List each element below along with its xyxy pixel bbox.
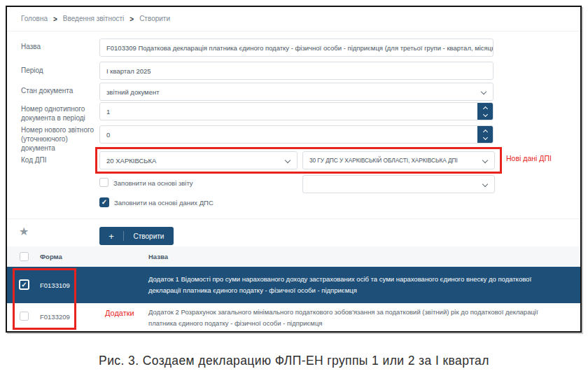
annotation-attachments-note: Додатки — [105, 309, 134, 317]
annotation-box-dpi — [95, 147, 502, 174]
chevron-down-icon[interactable] — [482, 111, 487, 116]
plus-icon: + — [99, 231, 123, 242]
period-field-label: Період — [21, 66, 94, 75]
figure: Головна > Введення звітності > Створити … — [0, 0, 588, 383]
column-header-form: Форма — [40, 253, 62, 260]
document-state-select[interactable]: звітний документ — [99, 83, 493, 101]
table-header: Форма Назва — [7, 246, 580, 267]
chevron-up-icon[interactable] — [482, 129, 487, 134]
new-report-number-value: 0 — [106, 131, 110, 139]
table-row[interactable]: F0133209 Додаток 2 Розрахунок загального… — [7, 303, 580, 331]
form-name: Додаток 1 Відомості про суми нарахованог… — [148, 274, 566, 296]
chevron-right-icon: > — [130, 14, 134, 23]
document-state-value: звітний документ — [106, 88, 160, 96]
breadcrumb: Головна > Введення звітності > Створити — [21, 15, 170, 22]
name-field[interactable]: F0103309 Податкова декларація платника є… — [99, 39, 493, 57]
same-type-number-value: 1 — [106, 108, 110, 116]
select-all-checkbox[interactable] — [20, 252, 29, 261]
app-screenshot-frame: Головна > Введення звітності > Створити … — [6, 6, 582, 333]
fill-from-report-checkbox[interactable] — [99, 178, 108, 187]
name-field-value: F0103309 Податкова декларація платника є… — [106, 44, 493, 52]
star-icon[interactable]: ★ — [19, 225, 29, 238]
create-button[interactable]: + Створити — [99, 227, 174, 245]
period-field[interactable]: І квартал 2025 — [99, 62, 493, 80]
form-name: Додаток 2 Розрахунок загального мінімаль… — [148, 307, 566, 329]
same-type-number-label: Номер однотипного документа в періоді — [21, 104, 94, 123]
annotation-box-attachments — [13, 268, 76, 330]
breadcrumb-item-create: Створити — [139, 15, 170, 22]
annotation-dpi-note: Нові дані ДПІ — [506, 154, 552, 162]
fill-from-report-label: Заповнити на основі звіту — [113, 179, 193, 187]
fill-from-dps-checkbox[interactable]: ✓ — [99, 197, 109, 207]
breadcrumb-item-home[interactable]: Головна — [21, 15, 48, 22]
same-type-number-field[interactable]: 1 — [99, 102, 493, 120]
chevron-right-icon: > — [53, 14, 57, 23]
new-report-number-field[interactable]: 0 — [99, 125, 493, 144]
chevron-down-icon — [481, 89, 486, 95]
divider — [7, 218, 580, 219]
dpi-code-label: Код ДПІ — [21, 155, 94, 165]
document-state-label: Стан документа — [21, 86, 94, 95]
number-stepper[interactable] — [477, 125, 493, 144]
column-header-name: Назва — [148, 253, 168, 260]
chevron-down-icon — [482, 181, 488, 187]
chevron-down-icon[interactable] — [482, 134, 487, 139]
fill-from-dps-label: Заповнити на основі даних ДПС — [114, 199, 214, 207]
period-field-value: І квартал 2025 — [106, 67, 151, 75]
breadcrumb-item-reporting[interactable]: Введення звітності — [63, 15, 124, 22]
figure-caption: Рис. 3. Создаем декларацию ФЛП-ЕН группы… — [0, 354, 588, 368]
number-stepper[interactable] — [477, 102, 493, 120]
create-button-label: Створити — [124, 232, 174, 240]
new-report-number-label: Номер нового звітного (уточнюючого) доку… — [21, 125, 94, 153]
table-row[interactable]: ✓ F0133109 Додаток 1 Відомості про суми … — [7, 267, 580, 303]
chevron-up-icon[interactable] — [482, 106, 487, 111]
name-field-label: Назва — [21, 42, 94, 51]
divider — [7, 31, 580, 32]
secondary-empty-select[interactable] — [302, 175, 495, 193]
check-icon: ✓ — [102, 199, 107, 206]
